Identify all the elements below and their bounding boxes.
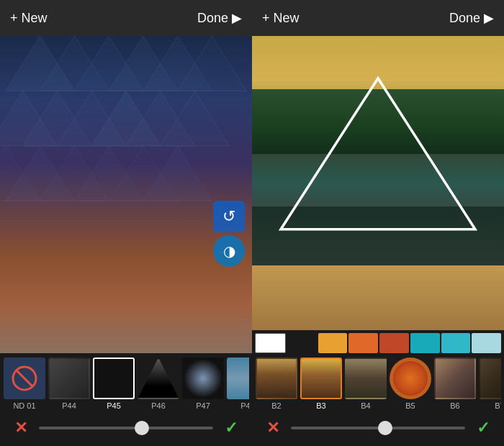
swatch-black[interactable] bbox=[287, 333, 317, 353]
swatch-lightblue[interactable] bbox=[472, 333, 501, 353]
right-cancel-icon: ✕ bbox=[266, 419, 279, 437]
left-filter-strip: ND 01 P44 P45 P46 bbox=[0, 353, 252, 410]
rotate-tool-button[interactable]: ↺ bbox=[213, 201, 245, 232]
filter-p45-thumb bbox=[93, 358, 135, 399]
filter-p47-label: P47 bbox=[196, 401, 210, 410]
right-new-button[interactable]: + New bbox=[262, 11, 300, 26]
left-header: + New Done ▶ bbox=[0, 0, 252, 36]
confirm-icon: ✓ bbox=[225, 419, 238, 437]
filter-p47-thumb bbox=[182, 358, 224, 399]
left-canvas-area: ↺ ◑ bbox=[0, 36, 252, 353]
filter-p46-thumb bbox=[138, 358, 179, 399]
left-confirm-button[interactable]: ✓ bbox=[220, 417, 242, 439]
left-slider-thumb[interactable] bbox=[135, 421, 149, 435]
right-cancel-button[interactable]: ✕ bbox=[262, 417, 284, 439]
right-confirm-button[interactable]: ✓ bbox=[472, 417, 494, 439]
right-filter-strip: B2 B3 B4 bbox=[252, 353, 504, 410]
right-canvas-area bbox=[252, 36, 504, 330]
filter-p45[interactable]: P45 bbox=[92, 358, 135, 410]
swatch-teal1[interactable] bbox=[410, 333, 440, 353]
right-filter-row: B2 B3 B4 bbox=[255, 358, 501, 410]
filter-b3-thumb bbox=[300, 358, 342, 399]
filter-b3[interactable]: B3 bbox=[300, 358, 343, 410]
swatch-white[interactable] bbox=[255, 333, 286, 353]
left-done-button[interactable]: Done ▶ bbox=[197, 10, 242, 26]
right-slider-track[interactable] bbox=[291, 427, 465, 429]
filter-nd01[interactable]: ND 01 bbox=[3, 358, 46, 410]
left-slider-track[interactable] bbox=[39, 427, 213, 429]
right-header: + New Done ▶ bbox=[252, 0, 504, 36]
left-panel: + New Done ▶ bbox=[0, 0, 252, 446]
filter-b2-label: B2 bbox=[271, 401, 281, 410]
svg-marker-20 bbox=[281, 78, 475, 229]
layer-tool-button[interactable]: ◑ bbox=[213, 235, 245, 267]
filter-b7-label: B7 bbox=[495, 401, 501, 410]
right-controls: B2 B3 B4 bbox=[252, 330, 504, 446]
left-new-button[interactable]: + New bbox=[10, 11, 48, 26]
svg-line-19 bbox=[16, 370, 33, 387]
left-cancel-button[interactable]: ✕ bbox=[10, 417, 32, 439]
right-panel: + New Done ▶ bbox=[252, 0, 504, 446]
filter-p48-thumb bbox=[227, 358, 249, 399]
filter-b6-thumb bbox=[434, 358, 476, 399]
nd01-icon bbox=[10, 364, 39, 393]
filter-p44-label: P44 bbox=[62, 401, 76, 410]
filter-b2[interactable]: B2 bbox=[255, 358, 298, 410]
left-filter-row: ND 01 P44 P45 P46 bbox=[3, 358, 249, 410]
filter-b2-thumb bbox=[256, 358, 297, 399]
swatch-orange1[interactable] bbox=[318, 333, 348, 353]
filter-nd01-thumb bbox=[4, 358, 45, 399]
swatch-teal2[interactable] bbox=[441, 333, 471, 353]
triangle-overlay bbox=[277, 65, 479, 242]
swatch-orange2[interactable] bbox=[348, 333, 378, 353]
cancel-icon: ✕ bbox=[14, 419, 27, 437]
filter-b5-label: B5 bbox=[405, 401, 415, 410]
filter-p46-label: P46 bbox=[151, 401, 166, 410]
filter-b4[interactable]: B4 bbox=[344, 358, 387, 410]
right-slider-thumb[interactable] bbox=[378, 421, 392, 435]
left-canvas: ↺ ◑ bbox=[0, 36, 252, 353]
filter-p48[interactable]: P48 bbox=[226, 358, 249, 410]
left-bottom-bar: ✕ ✓ bbox=[0, 410, 252, 446]
filter-p45-label: P45 bbox=[107, 401, 121, 410]
right-confirm-icon: ✓ bbox=[477, 419, 490, 437]
filter-b5[interactable]: B5 bbox=[389, 358, 432, 410]
filter-nd01-label: ND 01 bbox=[13, 401, 35, 410]
filter-p48-label: P48 bbox=[240, 401, 249, 410]
swatch-red[interactable] bbox=[379, 333, 409, 353]
filter-b7[interactable]: B7 bbox=[478, 358, 501, 410]
filter-b4-label: B4 bbox=[361, 401, 370, 410]
filter-b5-thumb bbox=[390, 358, 431, 399]
filter-p44[interactable]: P44 bbox=[48, 358, 91, 410]
right-bottom-bar: ✕ ✓ bbox=[252, 410, 504, 446]
filter-b7-thumb bbox=[479, 358, 501, 399]
right-done-button[interactable]: Done ▶ bbox=[449, 10, 494, 26]
right-swatch-row bbox=[252, 330, 504, 353]
floating-tools: ↺ ◑ bbox=[213, 201, 245, 267]
filter-b6-label: B6 bbox=[450, 401, 459, 410]
filter-p44-thumb bbox=[48, 358, 90, 399]
filter-b6[interactable]: B6 bbox=[433, 358, 477, 410]
bottom-warm-layer bbox=[252, 265, 504, 330]
right-canvas bbox=[252, 36, 504, 330]
rotate-icon: ↺ bbox=[222, 207, 235, 226]
filter-b4-thumb bbox=[345, 358, 387, 399]
layer-icon: ◑ bbox=[223, 242, 235, 260]
filter-p46[interactable]: P46 bbox=[137, 358, 180, 410]
left-controls: ND 01 P44 P45 P46 bbox=[0, 353, 252, 446]
filter-b3-label: B3 bbox=[316, 401, 325, 410]
filter-p47[interactable]: P47 bbox=[181, 358, 225, 410]
